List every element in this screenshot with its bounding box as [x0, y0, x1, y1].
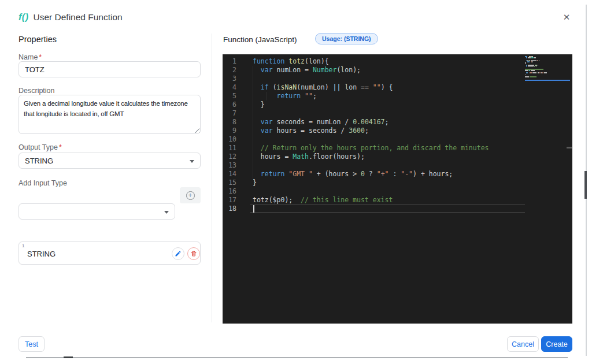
- code-line[interactable]: }: [250, 101, 525, 109]
- line-number: 12: [223, 153, 236, 161]
- add-input-type-button[interactable]: +: [180, 187, 201, 203]
- pencil-icon: [175, 250, 182, 257]
- output-type-value: STRING: [25, 157, 53, 165]
- code-line[interactable]: var seconds = numLon / 0.004167;: [250, 118, 525, 127]
- code-line[interactable]: if (isNaN(numLon) || lon == "") {: [250, 83, 525, 92]
- input-type-index: 1: [22, 243, 24, 248]
- required-asterisk: *: [59, 143, 62, 151]
- code-line[interactable]: [250, 204, 525, 213]
- code-line[interactable]: [250, 161, 525, 170]
- code-line[interactable]: var numLon = Number(lon);: [250, 66, 525, 75]
- name-label: Name*: [18, 53, 42, 61]
- add-input-type-select[interactable]: [18, 203, 175, 220]
- code-line[interactable]: [250, 187, 525, 196]
- editor-code: function totz(lon){ var numLon = Number(…: [250, 57, 525, 213]
- description-wrap: Given a decimal longitude value it calcu…: [18, 95, 201, 134]
- chevron-down-icon: [164, 211, 169, 214]
- dialog-title: User Defined Function: [33, 12, 122, 23]
- description-label: Description: [18, 87, 55, 95]
- line-number: 2: [223, 66, 236, 75]
- output-type-select[interactable]: STRING: [18, 153, 201, 169]
- plus-circle-icon: +: [186, 191, 195, 200]
- test-button[interactable]: Test: [18, 336, 45, 352]
- code-line[interactable]: totz($p0); // this line must exist: [250, 196, 525, 205]
- dialog-header: f() User Defined Function: [18, 10, 123, 24]
- chevron-down-icon: [190, 160, 194, 163]
- code-line[interactable]: return "";: [250, 92, 525, 101]
- code-line[interactable]: [250, 75, 525, 83]
- name-input[interactable]: [18, 61, 201, 77]
- editor-gutter: 123456789101112131415161718: [223, 57, 250, 213]
- editor-minimap[interactable]: [525, 56, 570, 81]
- required-asterisk: *: [39, 53, 42, 61]
- minimap-line: [525, 77, 570, 79]
- line-number: 14: [223, 170, 236, 179]
- close-icon[interactable]: ✕: [560, 10, 574, 24]
- input-type-value: STRING: [27, 250, 56, 258]
- line-number: 9: [223, 127, 236, 135]
- line-number: 4: [223, 83, 236, 92]
- line-number: 3: [223, 75, 236, 83]
- description-input[interactable]: Given a decimal longitude value it calcu…: [18, 95, 201, 134]
- line-number: 8: [223, 118, 236, 127]
- text-cursor: [253, 205, 254, 213]
- output-type-label: Output Type*: [18, 143, 62, 151]
- input-type-row: 1 STRING: [18, 242, 201, 265]
- line-number: 6: [223, 101, 236, 109]
- line-number: 15: [223, 179, 236, 187]
- code-line[interactable]: [250, 109, 525, 118]
- line-number: 17: [223, 196, 236, 205]
- overview-ruler-marker: [567, 147, 572, 148]
- delete-input-type-button[interactable]: [187, 247, 200, 260]
- line-number: 5: [223, 92, 236, 101]
- page-scrollbar-thumb[interactable]: [584, 171, 587, 199]
- code-line[interactable]: var hours = seconds / 3600;: [250, 127, 525, 135]
- code-line[interactable]: // Return only the hours portion, and di…: [250, 144, 525, 153]
- code-line[interactable]: function totz(lon){: [250, 57, 525, 66]
- usage-badge: Usage: (STRING): [315, 33, 378, 44]
- line-number: 7: [223, 109, 236, 118]
- line-number: 11: [223, 144, 236, 153]
- line-number: 10: [223, 135, 236, 144]
- create-button[interactable]: Create: [541, 336, 572, 352]
- properties-panel: Properties Name* Description Given a dec…: [18, 34, 201, 89]
- trash-icon: [190, 250, 197, 257]
- function-header: Function (JavaScript): [223, 35, 297, 44]
- line-number: 18: [223, 205, 236, 213]
- page-bottom-dash: [64, 356, 73, 358]
- minimap-cursor-line: [525, 80, 570, 81]
- add-input-type-label: Add Input Type: [18, 179, 67, 187]
- code-line[interactable]: [250, 135, 525, 144]
- line-number: 16: [223, 187, 236, 196]
- properties-heading: Properties: [18, 35, 57, 44]
- cancel-button[interactable]: Cancel: [507, 336, 539, 352]
- code-line[interactable]: return "GMT " + (hours > 0 ? "+" : "-") …: [250, 170, 525, 179]
- code-line[interactable]: }: [250, 179, 525, 187]
- line-number: 13: [223, 161, 236, 170]
- edit-input-type-button[interactable]: [172, 247, 184, 260]
- screen: f() User Defined Function ✕ Properties N…: [0, 0, 592, 364]
- function-icon: f(): [18, 12, 28, 23]
- page-bottom-edge: [26, 357, 568, 358]
- line-number: 1: [223, 57, 236, 66]
- code-line[interactable]: hours = Math.floor(hours);: [250, 153, 525, 161]
- panel-divider: [212, 34, 212, 322]
- code-editor[interactable]: 123456789101112131415161718 function tot…: [223, 54, 572, 324]
